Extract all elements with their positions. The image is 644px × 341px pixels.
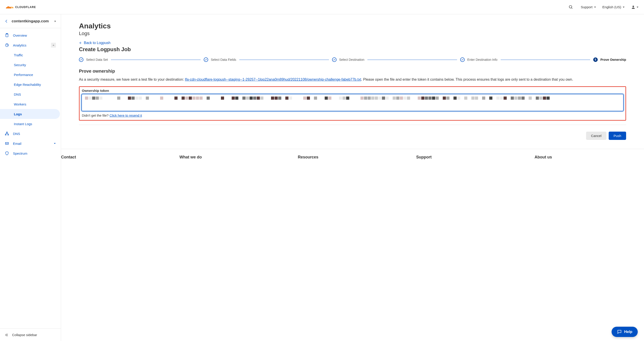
- footer-col-what-we-do: What we do: [179, 155, 289, 160]
- svg-line-1: [572, 7, 572, 8]
- step-label: Prove Ownership: [600, 58, 626, 61]
- sidebar-item-overview[interactable]: Overview: [0, 30, 61, 40]
- language-label: English (US): [602, 5, 621, 9]
- sidebar-subitem-instant-logs[interactable]: Instant Logs: [0, 119, 61, 129]
- cloudflare-cloud-icon: [5, 5, 14, 9]
- step-1[interactable]: Select Data Set: [79, 57, 108, 62]
- caret-down-icon: [594, 6, 596, 8]
- caret-right-icon: [54, 20, 56, 22]
- chat-icon: [617, 329, 622, 334]
- caret-up-icon: [52, 44, 54, 46]
- step-connector: [111, 60, 200, 60]
- resend-text: Didn't get the file?: [82, 113, 110, 117]
- intro-text-pre: As a security measure, we have sent a te…: [79, 77, 185, 81]
- domain-name-label[interactable]: contentkingapp.com: [12, 19, 51, 23]
- svg-rect-6: [6, 132, 8, 133]
- pie-chart-icon: [5, 43, 9, 47]
- sidebar-subitem-logs[interactable]: Logs: [0, 109, 60, 119]
- search-button[interactable]: [567, 3, 574, 11]
- collapse-sidebar-button[interactable]: Collapse sidebar: [0, 329, 61, 341]
- step-number-badge: 5: [593, 57, 598, 62]
- support-label: Support: [581, 5, 592, 9]
- sidebar-item-label: Traffic: [14, 53, 23, 57]
- back-to-logpush-link[interactable]: Back to Logpush: [79, 41, 110, 45]
- footer-col-about-us: About us: [535, 155, 644, 160]
- check-circle-icon: [204, 57, 208, 62]
- chevrons-left-icon: [5, 333, 8, 337]
- sidebar-item-dns[interactable]: DNS: [0, 129, 61, 139]
- caret-down-icon: [622, 6, 625, 8]
- user-icon: [631, 5, 636, 9]
- step-connector: [501, 60, 590, 60]
- back-link-label: Back to Logpush: [84, 41, 110, 45]
- main-content: Analytics Logs Back to Logpush Create Lo…: [61, 14, 644, 341]
- sidebar-subitem-performance[interactable]: Performance: [0, 70, 61, 79]
- footer-col-resources: Resources: [298, 155, 407, 160]
- sidebar-item-label: DNS: [13, 132, 20, 136]
- push-button[interactable]: Push: [609, 132, 626, 140]
- account-menu[interactable]: [631, 5, 639, 9]
- sidebar-item-analytics[interactable]: Analytics: [0, 40, 61, 50]
- sidebar-nav: Overview Analytics Traffic Security Perf…: [0, 28, 61, 329]
- email-icon: [5, 141, 9, 145]
- help-label: Help: [624, 330, 632, 334]
- resend-link[interactable]: Click here to resend it: [110, 113, 142, 117]
- cancel-button[interactable]: Cancel: [586, 132, 606, 140]
- sidebar-item-label: DNS: [14, 92, 21, 96]
- sidebar-subitem-edge-reachability[interactable]: Edge Reachability: [0, 79, 61, 89]
- sidebar-item-label: Email: [13, 142, 22, 145]
- ownership-file-link[interactable]: lfa-cdn-cloudflare-logpush--staging--1-2…: [185, 77, 361, 81]
- prove-ownership-heading: Prove ownership: [79, 69, 626, 74]
- step-label: Select Data Fields: [211, 58, 236, 61]
- sidebar-item-label: Overview: [13, 33, 27, 37]
- action-buttons-row: Cancel Push: [79, 132, 626, 140]
- sidebar-item-label: Workers: [14, 102, 26, 106]
- top-header: CLOUDFLARE Support English (US): [0, 0, 644, 14]
- back-arrow-button[interactable]: [4, 19, 8, 23]
- step-label: Select Destination: [339, 58, 364, 61]
- sidebar-subitem-security[interactable]: Security: [0, 60, 61, 70]
- brand-name: CLOUDFLARE: [15, 5, 36, 9]
- svg-point-0: [569, 5, 572, 8]
- svg-point-2: [632, 5, 634, 7]
- svg-rect-8: [8, 134, 9, 135]
- step-2[interactable]: Select Data Fields: [204, 57, 236, 62]
- search-icon: [569, 5, 573, 9]
- check-circle-icon: [79, 57, 84, 62]
- collapse-toggle[interactable]: [51, 43, 56, 48]
- sidebar-item-label: Spectrum: [13, 151, 27, 155]
- page-subtitle: Logs: [79, 31, 626, 36]
- page-title: Analytics: [79, 22, 626, 30]
- intro-text-post: . Please open the file and enter the tok…: [361, 77, 573, 81]
- step-3[interactable]: Select Destination: [332, 57, 364, 62]
- sidebar-item-spectrum[interactable]: Spectrum: [0, 148, 61, 158]
- help-button[interactable]: Help: [612, 327, 638, 337]
- brand-logo[interactable]: CLOUDFLARE: [5, 5, 36, 9]
- prove-ownership-description: As a security measure, we have sent a te…: [79, 77, 626, 82]
- arrow-left-icon: [4, 19, 8, 23]
- check-circle-icon: [332, 57, 336, 62]
- domain-switcher-button[interactable]: [54, 20, 56, 22]
- caret-down-icon: [636, 6, 639, 8]
- section-title: Create Logpush Job: [79, 46, 626, 52]
- step-connector: [368, 60, 457, 60]
- sidebar-item-label: Instant Logs: [14, 122, 32, 126]
- step-label: Select Data Set: [86, 58, 108, 61]
- domain-selector-bar: contentkingapp.com: [0, 14, 61, 28]
- language-menu[interactable]: English (US): [602, 5, 625, 9]
- page-footer: Contact What we do Resources Support Abo…: [61, 149, 644, 162]
- sidebar-subitem-traffic[interactable]: Traffic: [0, 50, 61, 60]
- resend-row: Didn't get the file? Click here to resen…: [82, 113, 624, 117]
- step-5[interactable]: 5 Prove Ownership: [593, 57, 626, 62]
- ownership-token-input[interactable]: [82, 94, 624, 111]
- sidebar-subitem-dns[interactable]: DNS: [0, 89, 61, 99]
- divider: [79, 125, 626, 125]
- support-menu[interactable]: Support: [581, 5, 596, 9]
- sidebar-subitem-workers[interactable]: Workers: [0, 99, 61, 109]
- svg-rect-9: [5, 143, 8, 145]
- ownership-token-label: Ownership token: [82, 89, 624, 92]
- collapse-label: Collapse sidebar: [12, 333, 37, 337]
- sidebar-item-email[interactable]: Email: [0, 139, 61, 148]
- step-4[interactable]: Enter Destination Info: [460, 57, 498, 62]
- ownership-token-highlight-box: Ownership token Didn't get the file? Cli…: [79, 86, 626, 121]
